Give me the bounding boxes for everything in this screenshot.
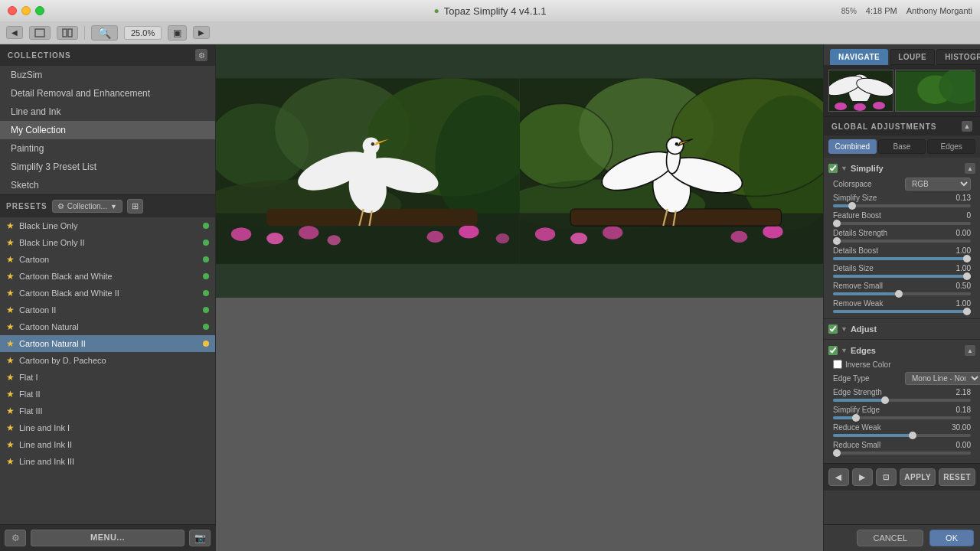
- close-button[interactable]: [8, 6, 17, 15]
- preset-item[interactable]: ★ Cartoon: [0, 251, 215, 268]
- tab-histogram[interactable]: HISTOGRAM: [936, 49, 980, 65]
- simplify-checkbox[interactable]: [828, 164, 838, 173]
- details-boost-thumb[interactable]: [963, 255, 971, 262]
- edges-checkbox[interactable]: [828, 346, 838, 355]
- collapse-button[interactable]: ▲: [962, 121, 972, 132]
- reduce-small-track[interactable]: [833, 452, 971, 455]
- presets-collection-dropdown[interactable]: ⚙ Collection... ▼: [52, 200, 122, 213]
- app-title: ● Topaz Simplify 4 v4.1.1: [434, 5, 547, 17]
- tab-navigate[interactable]: NAVIGATE: [830, 49, 888, 65]
- remove-small-value: 0.50: [944, 282, 971, 290]
- simplify-edge-slider-row: [828, 416, 975, 422]
- preset-item[interactable]: ★ Flat I: [0, 369, 215, 386]
- preset-item[interactable]: ★ Line and Ink II: [0, 436, 215, 453]
- zoom-out-button[interactable]: 🔍: [91, 25, 118, 41]
- simplify-size-track[interactable]: [833, 204, 971, 207]
- maximize-button[interactable]: [35, 6, 44, 15]
- nav-back-button[interactable]: ◀: [6, 26, 23, 39]
- star-icon: ★: [6, 271, 15, 282]
- preset-item[interactable]: ★ Black Line Only: [0, 217, 215, 234]
- menu-button[interactable]: MENU...: [31, 530, 185, 546]
- canvas-area: [216, 44, 823, 551]
- adjust-section-header[interactable]: ▼ Adjust: [828, 322, 975, 336]
- edges-section-header[interactable]: ▼ Edges ▲: [828, 343, 975, 358]
- apply-button[interactable]: APPLY: [900, 468, 936, 486]
- feature-boost-track[interactable]: [833, 222, 971, 225]
- sidebar-settings-button[interactable]: ⚙: [5, 530, 26, 546]
- remove-small-thumb[interactable]: [895, 290, 903, 298]
- collection-item[interactable]: Detail Removal and Enhancement: [0, 84, 215, 103]
- preset-status-dot: [203, 223, 209, 229]
- colorspace-select[interactable]: RGB: [905, 178, 971, 191]
- edge-strength-thumb[interactable]: [881, 396, 889, 404]
- preset-item[interactable]: ★ Cartoon Natural: [0, 318, 215, 335]
- simplify-edge-track[interactable]: [833, 416, 971, 419]
- svg-point-22: [363, 137, 380, 154]
- ok-button[interactable]: OK: [929, 530, 974, 546]
- preset-item[interactable]: ★ Flat II: [0, 386, 215, 403]
- nav-forward-button[interactable]: ▶: [193, 26, 210, 39]
- sidebar-camera-button[interactable]: 📷: [189, 530, 211, 546]
- collection-item[interactable]: BuzSim: [0, 66, 215, 84]
- colorspace-row: Colorspace RGB: [828, 176, 975, 192]
- preview-thumb-left: [828, 70, 893, 112]
- prev-state-button[interactable]: ◀: [828, 468, 849, 486]
- adjust-checkbox[interactable]: [828, 324, 838, 334]
- simplify-collapse-btn[interactable]: ▲: [965, 163, 975, 174]
- preset-item[interactable]: ★ Cartoon II: [0, 302, 215, 318]
- collection-item[interactable]: Sketch: [0, 176, 215, 194]
- cancel-button[interactable]: CANCEL: [857, 530, 923, 546]
- details-boost-fill: [833, 257, 971, 260]
- preset-item[interactable]: ★ Cartoon by D. Pacheco: [0, 352, 215, 369]
- single-view-button[interactable]: [29, 26, 51, 40]
- collection-item[interactable]: Painting: [0, 139, 215, 158]
- preset-item[interactable]: ★ Black Line Only II: [0, 234, 215, 251]
- reduce-small-thumb[interactable]: [833, 449, 841, 457]
- tab-loupe[interactable]: LOUPE: [890, 49, 935, 65]
- reduce-weak-thumb[interactable]: [909, 432, 916, 439]
- preset-item[interactable]: ★ Cartoon Black and White II: [0, 285, 215, 302]
- star-icon: ★: [6, 220, 15, 231]
- simplify-size-thumb[interactable]: [848, 202, 856, 210]
- inverse-color-checkbox[interactable]: [833, 360, 842, 369]
- preset-item-active[interactable]: ★ Cartoon Natural II: [0, 335, 215, 352]
- tab-base[interactable]: Base: [878, 139, 926, 154]
- details-size-track[interactable]: [833, 275, 971, 278]
- preset-item[interactable]: ★ Line and Ink III: [0, 453, 215, 470]
- remove-small-track[interactable]: [833, 292, 971, 295]
- details-strength-track[interactable]: [833, 240, 971, 243]
- collection-item-active[interactable]: My Collection: [0, 121, 215, 139]
- simplify-section-header[interactable]: ▼ Simplify ▲: [828, 161, 975, 176]
- star-icon: ★: [6, 389, 15, 399]
- collection-item[interactable]: Simplify 3 Preset List: [0, 158, 215, 176]
- tab-edges[interactable]: Edges: [927, 139, 975, 154]
- edges-collapse-btn[interactable]: ▲: [965, 345, 975, 356]
- edge-type-select[interactable]: Mono Line - Normal: [905, 372, 980, 385]
- remove-weak-thumb[interactable]: [963, 308, 971, 315]
- window-controls[interactable]: [8, 6, 44, 15]
- details-strength-thumb[interactable]: [833, 237, 841, 245]
- details-boost-track[interactable]: [833, 257, 971, 260]
- svg-point-12: [299, 226, 318, 240]
- preset-item[interactable]: ★ Cartoon Black and White: [0, 268, 215, 285]
- collection-item[interactable]: Line and Ink: [0, 103, 215, 121]
- collections-settings-button[interactable]: ⚙: [195, 49, 207, 61]
- minimize-button[interactable]: [21, 6, 31, 15]
- preset-item[interactable]: ★ Line and Ink I: [0, 419, 215, 436]
- simplify-edge-thumb[interactable]: [852, 414, 860, 422]
- compare-button[interactable]: ⊡: [876, 468, 897, 486]
- tab-combined[interactable]: Combined: [828, 139, 877, 154]
- svg-point-58: [873, 102, 885, 109]
- reduce-weak-track[interactable]: [833, 434, 971, 437]
- next-state-button[interactable]: ▶: [852, 468, 873, 486]
- reset-button[interactable]: RESET: [939, 468, 975, 486]
- remove-weak-track[interactable]: [833, 310, 971, 313]
- presets-grid-view-button[interactable]: ⊞: [127, 199, 143, 214]
- edge-strength-track[interactable]: [833, 399, 971, 402]
- feature-boost-thumb[interactable]: [833, 220, 841, 227]
- details-size-thumb[interactable]: [963, 272, 971, 280]
- split-view-button[interactable]: [57, 26, 78, 40]
- fit-view-button[interactable]: ▣: [168, 25, 187, 41]
- preset-item[interactable]: ★ Flat III: [0, 403, 215, 419]
- preset-name: Flat I: [19, 373, 209, 382]
